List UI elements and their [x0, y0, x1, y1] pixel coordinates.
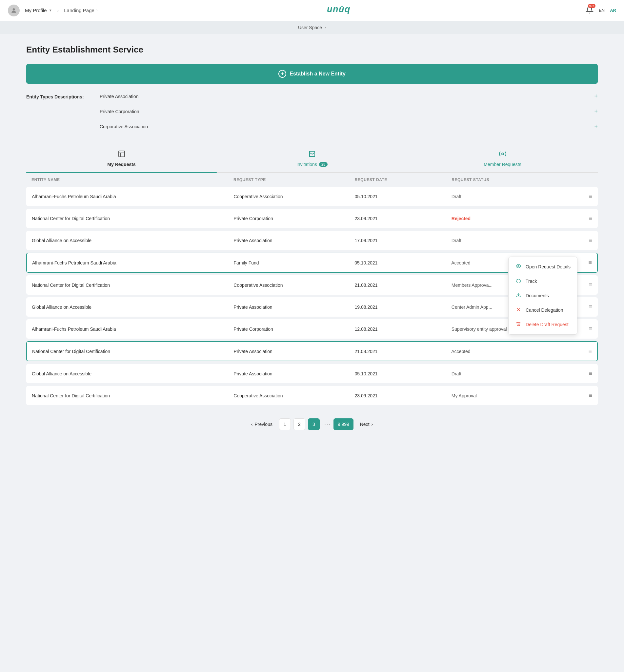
tab-invitations[interactable]: Invitations 25 [217, 146, 407, 172]
invitations-icon [308, 150, 316, 160]
landing-page-label: Landing Page [64, 7, 95, 13]
row-menu-btn[interactable]: ≡ [573, 237, 592, 244]
context-documents[interactable]: Documents [509, 289, 577, 303]
context-menu-label: Track [526, 279, 537, 284]
plus-icon: + [278, 70, 286, 78]
context-menu-label: Open Request Details [526, 264, 571, 269]
establish-btn-label: Establish a New Entity [289, 71, 346, 77]
table-header: ENTITY NAME REQUEST TYPE REQUEST DATE RE… [26, 173, 598, 187]
request-status: Draft [451, 238, 573, 243]
request-type: Family Fund [234, 260, 355, 266]
request-status: Accepted [451, 349, 572, 354]
entity-name: Alhamrani-Fuchs Petroleum Saudi Arabia [32, 194, 233, 199]
track-icon [515, 278, 522, 284]
user-space-link[interactable]: User Space [298, 25, 322, 30]
table-row-highlighted: Alhamrani-Fuchs Petroleum Saudi Arabia F… [26, 253, 598, 273]
avatar [8, 5, 20, 17]
row-menu-btn[interactable]: ≡ [573, 193, 592, 200]
lang-ar-btn[interactable]: AR [610, 8, 616, 13]
invitations-label-row: Invitations 25 [296, 162, 328, 167]
entity-name: National Center for Digital Certificatio… [32, 349, 234, 354]
pagination: ‹ Previous 1 2 3 ···· 9 999 Next › [26, 408, 598, 435]
header-right: 99+ EN AR [586, 6, 616, 15]
breadcrumb-sep-1: › [57, 8, 59, 13]
context-menu-label: Delete Draft Request [526, 322, 569, 327]
request-type: Cooperative Association [233, 393, 355, 398]
entity-types-list: Private Association + Private Corporatio… [100, 93, 598, 134]
trash-icon [515, 321, 522, 328]
request-type: Cooperative Association [233, 194, 355, 199]
page-btn-3[interactable]: 3 [308, 418, 320, 430]
entity-name: Global Alliance on Accessible [32, 238, 233, 243]
request-date: 05.10.2021 [355, 260, 451, 266]
logo: unūq [327, 3, 357, 17]
context-menu-label: Documents [526, 293, 549, 298]
page-btn-2[interactable]: 2 [293, 418, 305, 430]
entity-name: National Center for Digital Certificatio… [32, 393, 233, 398]
landing-page-btn[interactable]: Landing Page › [64, 7, 97, 13]
notification-bell[interactable]: 99+ [586, 6, 594, 15]
expand-private-corporation[interactable]: + [594, 108, 598, 115]
row-menu-btn[interactable]: ≡ [573, 370, 592, 377]
request-date: 21.08.2021 [355, 282, 451, 288]
my-profile-btn[interactable]: My Profile ▼ [25, 7, 52, 13]
entity-name: National Center for Digital Certificatio… [32, 282, 233, 288]
entity-types-label: Entity Types Descriptions: [26, 93, 92, 99]
prev-arrow: ‹ [251, 422, 253, 427]
page-dots: ···· [322, 421, 331, 427]
col-entity-name: ENTITY NAME [31, 177, 233, 182]
breadcrumb-chevron: › [324, 25, 326, 30]
establish-new-entity-button[interactable]: + Establish a New Entity [26, 64, 598, 84]
table-row-highlighted-2: National Center for Digital Certificatio… [26, 341, 598, 361]
cancel-icon [515, 307, 522, 313]
context-open-request-details[interactable]: Open Request Details [509, 259, 577, 274]
entity-types-section: Entity Types Descriptions: Private Assoc… [26, 93, 598, 134]
entity-type-private-association: Private Association + [100, 93, 598, 104]
sub-header: User Space › [0, 21, 624, 34]
svg-point-0 [13, 8, 15, 10]
next-page-btn[interactable]: Next › [356, 419, 377, 429]
col-request-type: REQUEST TYPE [233, 177, 355, 182]
entity-type-name: Private Association [100, 94, 138, 99]
request-date: 23.09.2021 [355, 393, 451, 398]
request-status: Rejected [451, 216, 573, 221]
row-menu-btn[interactable]: ≡ [573, 215, 592, 222]
entity-type-name: Private Corporation [100, 109, 139, 114]
my-requests-icon [118, 150, 126, 160]
context-delete-draft[interactable]: Delete Draft Request [509, 317, 577, 332]
request-date: 12.08.2021 [355, 326, 451, 332]
svg-point-4 [518, 266, 519, 267]
tab-my-requests[interactable]: My Requests [26, 146, 217, 172]
tab-member-requests[interactable]: Member Requests [407, 146, 598, 172]
expand-corporative-association[interactable]: + [594, 123, 598, 130]
row-menu-btn[interactable]: ≡ [573, 392, 592, 399]
row-menu-btn[interactable]: ≡ [572, 348, 592, 355]
prev-page-btn[interactable]: ‹ Previous [247, 419, 277, 429]
chevron-right-icon: › [97, 8, 97, 12]
context-track[interactable]: Track [509, 274, 577, 289]
page-btn-last[interactable]: 9 999 [334, 418, 354, 430]
next-arrow: › [371, 422, 373, 427]
documents-icon [515, 292, 522, 299]
col-request-status: REQUEST STATUS [451, 177, 573, 182]
request-date: 19.08.2021 [355, 304, 451, 310]
context-cancel-delegation[interactable]: Cancel Delegation [509, 303, 577, 317]
context-menu: Open Request Details Track Documents Can… [508, 256, 577, 335]
request-type: Private Association [233, 304, 355, 310]
entity-name: National Center for Digital Certificatio… [32, 216, 233, 221]
svg-point-3 [502, 153, 504, 155]
request-type: Private Association [234, 349, 355, 354]
request-date: 17.09.2021 [355, 238, 451, 243]
request-type: Private Association [233, 371, 355, 376]
request-type: Cooperative Association [233, 282, 355, 288]
tabs: My Requests Invitations 25 Member Reques… [26, 146, 598, 173]
entity-name: Global Alliance on Accessible [32, 371, 233, 376]
prev-label: Previous [255, 422, 272, 427]
request-type: Private Corporation [233, 326, 355, 332]
lang-en-btn[interactable]: EN [599, 8, 605, 13]
expand-private-association[interactable]: + [594, 93, 598, 100]
context-menu-label: Cancel Delegation [526, 307, 563, 313]
member-requests-icon [499, 150, 506, 160]
svg-rect-2 [119, 151, 125, 157]
page-btn-1[interactable]: 1 [279, 418, 291, 430]
